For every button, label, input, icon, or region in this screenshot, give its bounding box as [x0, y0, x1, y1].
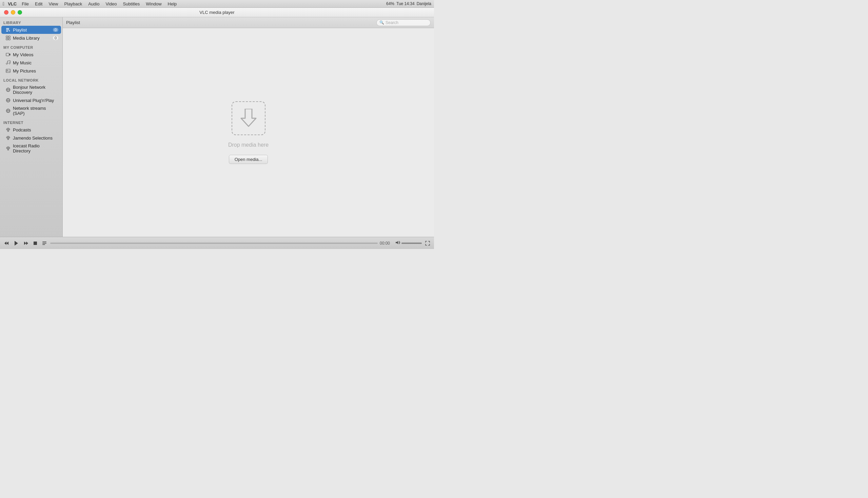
menubar-user: Danijela [417, 1, 431, 6]
menubar-battery: 64% [386, 1, 394, 6]
sidebar-item-podcasts[interactable]: Podcasts [1, 126, 61, 134]
playlist-toggle-button[interactable] [41, 240, 48, 246]
maximize-button[interactable] [18, 10, 22, 15]
sidebar-item-my-music[interactable]: My Music [1, 58, 61, 67]
sidebar-item-my-videos[interactable]: My Videos [1, 51, 61, 58]
jamendo-icon [5, 135, 11, 141]
menubar-right: 64% Tue 14:34 Danijela [386, 1, 431, 6]
sidebar-my-pictures-label: My Pictures [13, 68, 58, 74]
playlist-icon [5, 27, 11, 32]
upnp-icon [5, 97, 11, 103]
content-area: Playlist 🔍 Drop media here Open media... [63, 17, 434, 237]
svg-line-9 [8, 61, 10, 61]
sidebar-item-jamendo[interactable]: Jamendo Selections [1, 134, 61, 142]
my-computer-section-label: MY COMPUTER [0, 42, 62, 51]
drop-area: Drop media here Open media... [63, 28, 434, 237]
svg-marker-39 [26, 241, 28, 245]
sidebar-item-icecast[interactable]: Icecast Radio Directory [1, 142, 61, 155]
search-input[interactable] [385, 20, 427, 25]
sidebar-icecast-label: Icecast Radio Directory [13, 143, 58, 154]
open-media-button[interactable]: Open media... [229, 155, 268, 164]
svg-rect-41 [42, 241, 47, 242]
progress-area [50, 243, 378, 244]
menu-edit[interactable]: Edit [33, 1, 45, 7]
play-button[interactable] [12, 240, 20, 247]
menubar-time: Tue 14:34 [396, 1, 415, 6]
search-box[interactable]: 🔍 [376, 19, 431, 26]
svg-marker-44 [396, 241, 398, 244]
svg-marker-36 [7, 241, 9, 245]
sidebar-item-bonjour[interactable]: Bonjour Network Discovery [1, 83, 61, 96]
my-music-icon [5, 60, 11, 65]
my-pictures-icon [5, 68, 11, 74]
sidebar: LIBRARY Playlist 0 [0, 17, 63, 237]
close-button[interactable] [4, 10, 9, 15]
progress-bar[interactable] [50, 243, 378, 244]
sidebar-media-library-label: Media Library [13, 36, 53, 41]
sidebar-jamendo-label: Jamendo Selections [13, 135, 58, 141]
menu-audio[interactable]: Audio [86, 1, 102, 7]
volume-bar[interactable] [401, 243, 422, 244]
svg-rect-7 [6, 53, 9, 56]
svg-rect-42 [42, 243, 47, 244]
sidebar-sap-label: Network streams (SAP) [13, 106, 58, 116]
svg-rect-0 [6, 28, 9, 29]
menu-view[interactable]: View [46, 1, 60, 7]
menu-video[interactable]: Video [103, 1, 119, 7]
local-network-section-label: LOCAL NETWORK [0, 75, 62, 83]
svg-rect-43 [42, 244, 45, 245]
bottom-bar: 00:00 [0, 237, 434, 249]
podcasts-icon [5, 127, 11, 132]
sidebar-bonjour-label: Bonjour Network Discovery [13, 85, 58, 95]
svg-point-12 [7, 70, 8, 70]
menu-help[interactable]: Help [165, 1, 179, 7]
app-name[interactable]: VLC [8, 1, 17, 6]
icecast-icon [5, 146, 11, 151]
volume-fill [401, 243, 422, 244]
drop-text: Drop media here [228, 142, 269, 148]
svg-rect-4 [9, 36, 10, 38]
svg-rect-3 [6, 36, 8, 38]
svg-point-23 [8, 129, 9, 130]
fullscreen-button[interactable] [424, 240, 431, 246]
drop-box [232, 101, 266, 135]
content-header: Playlist 🔍 [63, 17, 434, 28]
library-section-label: LIBRARY [0, 17, 62, 26]
stop-button[interactable] [32, 240, 39, 246]
sidebar-my-music-label: My Music [13, 60, 58, 65]
menu-subtitles[interactable]: Subtitles [120, 1, 142, 7]
window-title: VLC media player [199, 10, 234, 15]
menu-file[interactable]: File [19, 1, 31, 7]
svg-marker-34 [241, 109, 256, 126]
sidebar-item-upnp[interactable]: Universal Plug'n'Play [1, 96, 61, 104]
svg-point-27 [8, 137, 9, 138]
rewind-button[interactable] [3, 240, 10, 246]
content-title: Playlist [66, 20, 373, 25]
sidebar-item-playlist[interactable]: Playlist 0 [1, 26, 61, 34]
svg-marker-38 [24, 241, 26, 245]
sidebar-upnp-label: Universal Plug'n'Play [13, 98, 58, 103]
sidebar-item-my-pictures[interactable]: My Pictures [1, 67, 61, 75]
sidebar-podcasts-label: Podcasts [13, 127, 58, 132]
media-library-icon [5, 35, 11, 41]
sidebar-item-media-library[interactable]: Media Library 0 [1, 34, 61, 42]
traffic-lights [0, 10, 22, 15]
sidebar-playlist-badge: 0 [53, 28, 58, 32]
main-container: LIBRARY Playlist 0 [0, 17, 434, 237]
sap-icon [5, 108, 11, 114]
menu-playback[interactable]: Playback [62, 1, 85, 7]
svg-rect-2 [6, 31, 8, 31]
svg-rect-6 [9, 38, 10, 40]
search-icon: 🔍 [380, 20, 384, 25]
apple-menu-icon[interactable]:  [3, 1, 4, 6]
menu-window[interactable]: Window [143, 1, 164, 7]
svg-rect-11 [6, 69, 10, 73]
volume-icon [395, 240, 400, 246]
titlebar: VLC media player [0, 8, 434, 17]
minimize-button[interactable] [11, 10, 15, 15]
drop-arrow-icon [240, 109, 257, 127]
sidebar-playlist-label: Playlist [13, 27, 53, 32]
fast-forward-button[interactable] [22, 240, 30, 246]
my-videos-icon [5, 52, 11, 57]
sidebar-item-sap[interactable]: Network streams (SAP) [1, 104, 61, 117]
